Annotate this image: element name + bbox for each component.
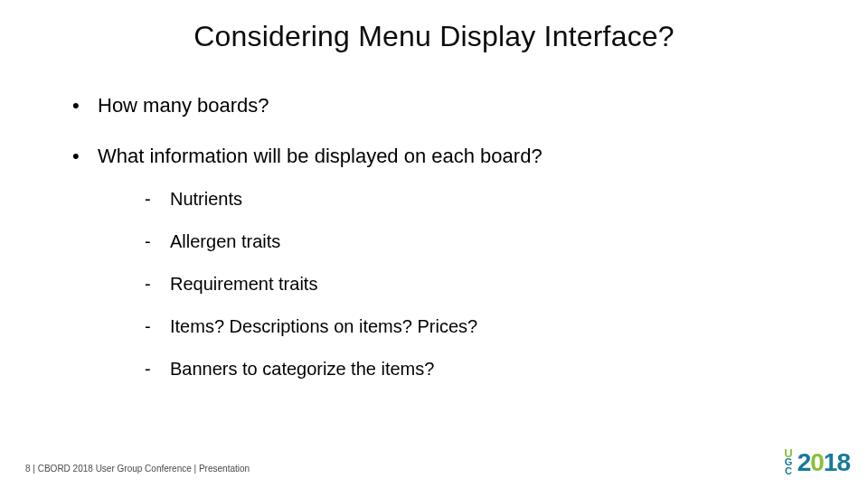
bullet-text: How many boards?	[98, 94, 269, 117]
bullet-text: What information will be displayed on ea…	[98, 145, 542, 167]
footer: 8 | CBORD 2018 User Group Conference | P…	[25, 464, 250, 474]
ugc-2018-logo: U G C 2018	[784, 448, 850, 477]
footer-sep: |	[31, 464, 38, 474]
bullet-list: How many boards? What information will b…	[51, 93, 817, 380]
sub-bullet-text: Nutrients	[170, 189, 242, 209]
year-8: 8	[836, 448, 850, 476]
ugc-monogram: U G C	[784, 448, 792, 477]
slide: Considering Menu Display Interface? How …	[0, 0, 868, 488]
bullet-item: How many boards?	[72, 93, 817, 118]
year-0: 0	[810, 448, 824, 476]
sub-bullet-text: Banners to categorize the items?	[170, 359, 434, 379]
bullet-item: What information will be displayed on ea…	[72, 144, 817, 381]
logo-year: 2018	[797, 448, 850, 477]
sub-bullet-text: Allergen traits	[170, 231, 280, 251]
sub-bullet-item: Nutrients	[145, 188, 817, 211]
sub-bullet-item: Banners to categorize the items?	[145, 358, 817, 380]
sub-bullet-list: Nutrients Allergen traits Requirement tr…	[98, 188, 817, 380]
year-2: 2	[797, 448, 811, 476]
slide-title: Considering Menu Display Interface?	[51, 20, 817, 53]
footer-text: CBORD 2018 User Group Conference | Prese…	[38, 464, 250, 474]
sub-bullet-text: Requirement traits	[170, 274, 317, 294]
year-1: 1	[824, 448, 837, 476]
ugc-c: C	[785, 467, 792, 475]
sub-bullet-item: Requirement traits	[145, 273, 817, 296]
sub-bullet-item: Allergen traits	[145, 230, 817, 253]
sub-bullet-text: Items? Descriptions on items? Prices?	[170, 316, 477, 336]
sub-bullet-item: Items? Descriptions on items? Prices?	[145, 315, 817, 338]
